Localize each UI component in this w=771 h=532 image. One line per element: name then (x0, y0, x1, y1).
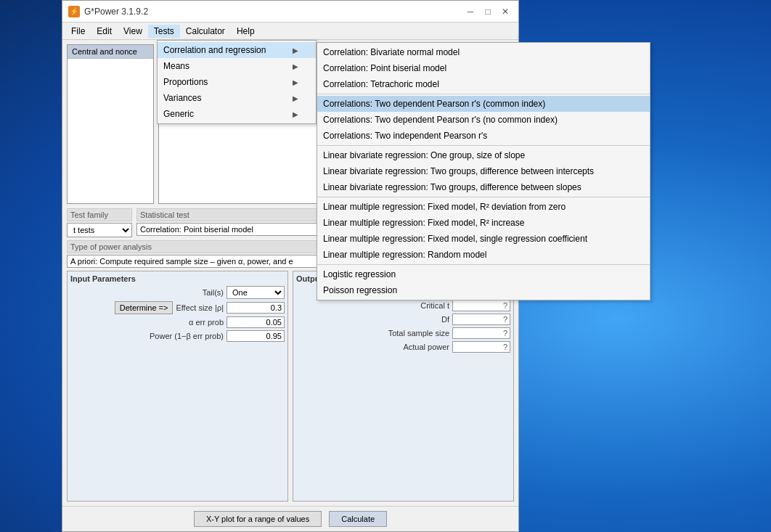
submenu-point-biserial[interactable]: Correlation: Point biserial model (317, 60, 650, 76)
menu-edit[interactable]: Edit (91, 25, 118, 38)
submenu-logistic[interactable]: Logistic regression (317, 266, 650, 282)
menu-correlation-regression[interactable]: Correlation and regression ▶ Correlation… (158, 42, 316, 58)
sep4 (317, 264, 650, 265)
menu-means[interactable]: Means ▶ (158, 58, 316, 74)
df-row: Df (296, 314, 510, 325)
submenu-lin-mult-r2-inc[interactable]: Linear multiple regression: Fixed model,… (317, 215, 650, 231)
menu-tests[interactable]: Tests (148, 25, 180, 38)
menu-proportions-label: Proportions (163, 77, 208, 87)
tails-label: Tail(s) (203, 288, 224, 297)
actual-power-label: Actual power (403, 343, 449, 351)
actual-power-value (452, 341, 510, 353)
xy-plot-button[interactable]: X-Y plot for a range of values (194, 511, 322, 527)
alpha-input[interactable] (227, 316, 285, 328)
tails-row: Tail(s) One Two (70, 286, 285, 299)
submenu-lin-mult-r2-dev[interactable]: Linear multiple regression: Fixed model,… (317, 199, 650, 215)
category-central-nonce[interactable]: Central and nonce (68, 45, 153, 59)
total-sample-label: Total sample size (388, 329, 449, 337)
menu-generic-label: Generic (163, 109, 194, 119)
test-family-select-wrapper: t tests (67, 223, 132, 237)
menu-generic-arrow: ▶ (293, 110, 298, 118)
menu-calculator[interactable]: Calculator (180, 25, 231, 38)
title-bar: ⚡ G*Power 3.1.9.2 ─ □ ✕ (62, 1, 518, 22)
input-params-panel: Input Parameters Tail(s) One Two Determi… (67, 271, 288, 502)
maximize-button[interactable]: □ (481, 4, 495, 19)
bottom-bar: X-Y plot for a range of values Calculate (62, 506, 518, 531)
submenu-tetrachoric[interactable]: Correlation: Tetrachoric model (317, 76, 650, 92)
close-button[interactable]: ✕ (498, 4, 513, 19)
submenu-bivariate[interactable]: Correlation: Bivariate normal model (317, 44, 650, 60)
minimize-button[interactable]: ─ (463, 4, 478, 19)
menu-container: Correlation and regression ▶ Correlation… (157, 40, 317, 124)
menu-means-label: Means (163, 61, 189, 71)
submenu-lin-mult-random[interactable]: Linear multiple regression: Random model (317, 247, 650, 263)
menu-variances[interactable]: Variances ▶ (158, 90, 316, 106)
submenu-two-indep[interactable]: Correlations: Two independent Pearson r'… (317, 128, 650, 144)
menu-generic[interactable]: Generic ▶ (158, 106, 316, 122)
category-panel: Central and nonce (67, 44, 154, 204)
menu-means-arrow: ▶ (293, 62, 298, 70)
power-input[interactable] (227, 330, 285, 342)
determine-button[interactable]: Determine => (115, 301, 174, 314)
total-sample-row: Total sample size (296, 327, 510, 339)
effect-size-row: Determine => Effect size |ρ| (70, 301, 285, 314)
correlation-regression-submenu: Correlation: Bivariate normal model Corr… (317, 42, 650, 300)
menu-help[interactable]: Help (231, 25, 261, 38)
sep2 (317, 145, 650, 146)
crit-t-row: Critical t (296, 300, 510, 311)
sep1 (317, 94, 650, 94)
menu-variances-label: Variances (163, 93, 201, 103)
effect-size-label: Effect size |ρ| (176, 303, 224, 312)
sep3 (317, 197, 650, 197)
submenu-lin-biv-one[interactable]: Linear bivariate regression: One group, … (317, 147, 650, 163)
params-section: Input Parameters Tail(s) One Two Determi… (67, 271, 514, 502)
calculate-button[interactable]: Calculate (329, 511, 387, 527)
df-label: Df (441, 315, 449, 324)
tests-menu-level1: Correlation and regression ▶ Correlation… (157, 40, 317, 124)
actual-power-row: Actual power (296, 341, 510, 353)
menu-bar: File Edit View Tests Calculator Help (62, 22, 518, 40)
submenu-poisson[interactable]: Poisson regression (317, 282, 650, 298)
input-params-title: Input Parameters (70, 274, 285, 283)
test-family-label: Test family (67, 208, 132, 221)
menu-view[interactable]: View (118, 25, 148, 38)
window-title: G*Power 3.1.9.2 (84, 7, 463, 17)
submenu-lin-biv-two-int[interactable]: Linear bivariate regression: Two groups,… (317, 163, 650, 179)
title-bar-buttons: ─ □ ✕ (463, 4, 513, 19)
submenu-lin-mult-single[interactable]: Linear multiple regression: Fixed model,… (317, 231, 650, 247)
alpha-row: α err prob (70, 316, 285, 328)
test-family-group: Test family t tests (67, 208, 132, 237)
alpha-label: α err prob (189, 318, 224, 327)
test-family-select[interactable]: t tests (67, 223, 132, 237)
menu-proportions-arrow: ▶ (293, 78, 298, 86)
crit-t-value (452, 300, 510, 311)
menu-file[interactable]: File (65, 25, 91, 38)
df-value (452, 314, 510, 325)
menu-correlation-regression-label: Correlation and regression (163, 45, 266, 55)
menu-correlation-arrow: ▶ (293, 46, 298, 54)
app-icon: ⚡ (68, 6, 80, 17)
main-window: ⚡ G*Power 3.1.9.2 ─ □ ✕ File Edit View T… (62, 0, 519, 532)
crit-t-label: Critical t (420, 301, 449, 310)
power-label: Power (1−β err prob) (150, 332, 224, 340)
power-row: Power (1−β err prob) (70, 330, 285, 342)
menu-proportions[interactable]: Proportions ▶ (158, 74, 316, 90)
total-sample-value (452, 327, 510, 339)
output-params-panel: Output P Noncentrality parameter δ Criti… (293, 271, 514, 502)
tails-select[interactable]: One Two (227, 286, 285, 299)
submenu-two-dep-no-common[interactable]: Correlations: Two dependent Pearson r's … (317, 112, 650, 128)
submenu-two-dep-common[interactable]: Correlations: Two dependent Pearson r's … (317, 96, 650, 112)
menu-variances-arrow: ▶ (293, 94, 298, 102)
effect-size-input[interactable] (227, 302, 285, 314)
submenu-lin-biv-two-slope[interactable]: Linear bivariate regression: Two groups,… (317, 179, 650, 195)
